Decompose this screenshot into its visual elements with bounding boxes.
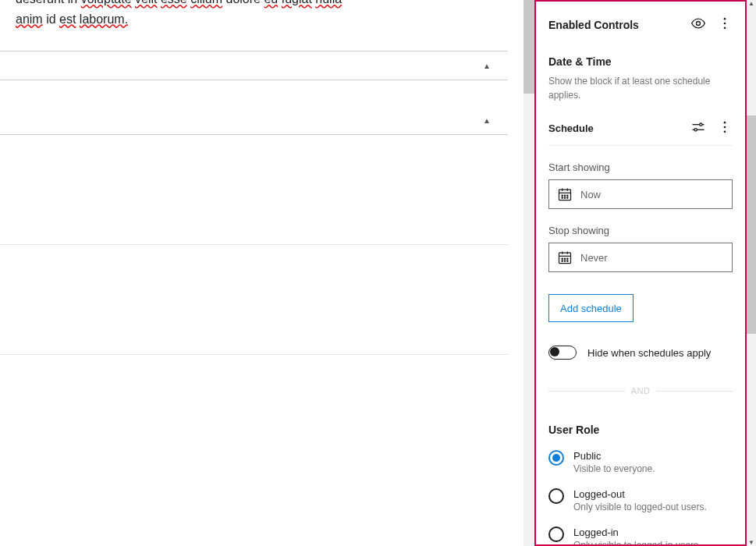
visibility-sidebar: Enabled Controls Date & Time Show the bl… xyxy=(534,0,747,546)
and-divider: AND xyxy=(548,386,733,395)
user-role-option[interactable]: Logged-outOnly visible to logged-out use… xyxy=(548,488,733,512)
start-label: Start showing xyxy=(548,161,733,173)
user-role-option[interactable]: Logged-inOnly visible to logged-in users… xyxy=(548,526,733,544)
radio-label: Logged-out xyxy=(573,488,707,500)
radio-label: Public xyxy=(573,450,655,462)
radio-desc: Only visible to logged-in users. xyxy=(573,540,701,544)
block-placeholder-2[interactable]: ▲ xyxy=(0,105,508,135)
svg-point-10 xyxy=(724,131,726,133)
more-menu-icon[interactable] xyxy=(717,16,733,34)
and-label: AND xyxy=(631,386,651,395)
radio-label: Logged-in xyxy=(573,526,701,538)
panel-title: Enabled Controls xyxy=(548,19,639,31)
section-title-datetime: Date & Time xyxy=(548,55,733,68)
svg-point-9 xyxy=(724,126,726,129)
stop-value: Never xyxy=(580,252,608,264)
add-schedule-button[interactable]: Add schedule xyxy=(548,294,634,322)
radio-button[interactable] xyxy=(548,450,564,466)
schedule-header: Schedule xyxy=(548,112,733,146)
svg-point-29 xyxy=(564,261,565,261)
radio-button[interactable] xyxy=(548,488,564,504)
svg-point-28 xyxy=(562,261,563,261)
scrollbar-thumb[interactable] xyxy=(747,115,756,334)
chevron-up-icon: ▲ xyxy=(483,115,491,124)
hide-toggle-label: Hide when schedules apply xyxy=(587,347,711,359)
scroll-down-arrow[interactable]: ▼ xyxy=(747,539,756,546)
svg-point-18 xyxy=(562,197,563,198)
svg-point-25 xyxy=(562,258,563,259)
svg-point-3 xyxy=(724,27,726,30)
radio-desc: Visible to everyone. xyxy=(573,463,655,474)
radio-desc: Only visible to logged-out users. xyxy=(573,502,707,512)
svg-point-8 xyxy=(724,122,726,124)
svg-point-26 xyxy=(564,258,565,259)
svg-point-16 xyxy=(564,195,565,196)
svg-point-27 xyxy=(567,258,568,259)
calendar-icon xyxy=(557,186,573,202)
hide-toggle-row: Hide when schedules apply xyxy=(548,346,733,360)
svg-point-7 xyxy=(694,129,697,131)
svg-point-30 xyxy=(567,261,568,261)
stop-datetime-picker[interactable]: Never xyxy=(548,243,733,272)
svg-point-17 xyxy=(567,195,568,196)
chevron-up-icon: ▲ xyxy=(483,62,491,70)
scrollbar-thumb[interactable] xyxy=(524,0,534,94)
section-desc-datetime: Show the block if at least one schedule … xyxy=(548,74,733,102)
start-datetime-picker[interactable]: Now xyxy=(548,179,733,209)
svg-point-6 xyxy=(700,123,702,126)
sidebar-scrollbar[interactable]: ▲ ▼ xyxy=(747,0,756,546)
schedule-label: Schedule xyxy=(548,122,594,134)
svg-point-20 xyxy=(567,197,568,198)
radio-button[interactable] xyxy=(548,526,564,542)
svg-point-15 xyxy=(562,195,563,196)
svg-point-1 xyxy=(724,18,726,20)
section-title-userrole: User Role xyxy=(548,424,733,436)
scroll-up-arrow[interactable]: ▲ xyxy=(747,0,756,7)
settings-sliders-icon[interactable] xyxy=(690,119,706,137)
svg-point-19 xyxy=(564,197,565,198)
panel-header: Enabled Controls xyxy=(548,2,733,48)
hide-toggle[interactable] xyxy=(548,346,577,360)
user-role-option[interactable]: PublicVisible to everyone. xyxy=(548,450,733,474)
stop-label: Stop showing xyxy=(548,225,733,236)
svg-point-2 xyxy=(724,23,726,25)
svg-point-0 xyxy=(697,22,701,26)
start-value: Now xyxy=(580,189,601,200)
preview-icon[interactable] xyxy=(690,16,706,34)
editor-text[interactable]: deserunt in voluptate velit esse cillum … xyxy=(16,0,508,29)
separator xyxy=(0,354,508,355)
calendar-icon xyxy=(557,250,573,265)
block-placeholder-1[interactable]: ▲ xyxy=(0,51,508,80)
editor-scrollbar[interactable] xyxy=(524,0,534,546)
schedule-more-icon[interactable] xyxy=(717,119,733,137)
editor-area: deserunt in voluptate velit esse cillum … xyxy=(0,0,524,546)
